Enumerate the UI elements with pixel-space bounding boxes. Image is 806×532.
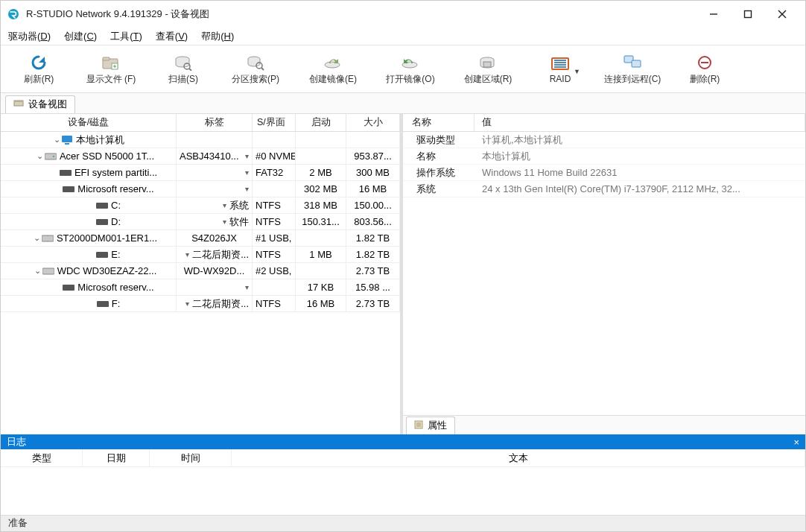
refresh-icon [29, 54, 48, 72]
open-image-icon [401, 54, 420, 72]
tree-row-volume[interactable]: E: ▾二花后期资... NTFS 1 MB 1.82 TB [1, 247, 400, 263]
close-button[interactable] [765, 4, 799, 25]
volume-icon [63, 184, 74, 194]
dropdown-icon[interactable]: ▾ [245, 168, 249, 177]
raid-button[interactable]: ▼ RAID [527, 48, 594, 90]
svg-rect-25 [14, 101, 23, 102]
svg-rect-35 [96, 252, 108, 258]
dropdown-icon[interactable]: ▾ [223, 218, 226, 226]
col-label[interactable]: 标签 [177, 114, 253, 131]
volume-icon [96, 217, 108, 227]
device-tree-rows: ⌄ 本地计算机 ⌄ Acer SSD N5000 1T... ASBJ43410… [1, 132, 400, 434]
tree-row-volume[interactable]: F: ▾二花后期资... NTFS 16 MB 2.73 TB [1, 296, 400, 312]
create-region-button[interactable]: 创建区域(R) [449, 48, 527, 90]
tree-row-disk[interactable]: ⌄ Acer SSD N5000 1T... ASBJ43410...▾ #0 … [1, 148, 400, 165]
col-prop-value[interactable]: 值 [475, 114, 805, 131]
dropdown-arrow-icon: ▼ [574, 68, 580, 75]
window-title: R-STUDIO Network 9.4.191329 - 设备视图 [26, 7, 209, 21]
dropdown-icon[interactable]: ▾ [245, 185, 249, 193]
cell-size: 15.98 ... [346, 279, 400, 295]
prop-row[interactable]: 名称本地计算机 [403, 148, 805, 165]
col-interface[interactable]: S/界面 [253, 114, 296, 131]
device-view-tab[interactable]: 设备视图 [5, 95, 75, 113]
menu-help[interactable]: 帮助(H) [201, 30, 234, 43]
prop-key: 名称 [403, 150, 475, 163]
expand-icon[interactable]: ⌄ [34, 266, 42, 276]
cell-start: 2 MB [296, 165, 346, 180]
create-image-button[interactable]: 创建镜像(E) [294, 48, 372, 90]
delete-button[interactable]: 删除(R) [671, 48, 738, 90]
dropdown-icon[interactable]: ▾ [223, 201, 226, 209]
col-device[interactable]: 设备/磁盘 [1, 114, 177, 131]
properties-tab[interactable]: 属性 [406, 417, 455, 434]
log-col-date[interactable]: 日期 [83, 449, 150, 466]
region-search-label: 分区搜索(P) [232, 73, 279, 86]
prop-row[interactable]: 系统24 x 13th Gen Intel(R) Core(TM) i7-137… [403, 181, 805, 197]
open-image-button[interactable]: 打开镜像(O) [372, 48, 449, 90]
cell-iface: NTFS [253, 214, 296, 229]
toolbar: 刷新(R) 显示文件 (F) 扫描(S) 分区搜索(P) 创建镜像(E) 打开镜… [1, 45, 805, 93]
dropdown-icon[interactable]: ▾ [245, 152, 249, 160]
expand-icon[interactable]: ⌄ [33, 233, 42, 243]
tree-label: Acer SSD N5000 1T... [60, 151, 154, 162]
col-size[interactable]: 大小 [346, 114, 400, 131]
svg-point-29 [53, 155, 54, 156]
tree-row-volume[interactable]: C: ▾系统 NTFS 318 MB 150.00... [1, 197, 400, 214]
dropdown-icon[interactable]: ▾ [245, 283, 249, 291]
cell-size: 150.00... [346, 197, 400, 213]
tree-label: C: [111, 200, 121, 211]
col-start[interactable]: 启动 [296, 114, 346, 131]
expand-icon[interactable]: ⌄ [52, 135, 61, 145]
show-files-label: 显示文件 (F) [86, 73, 136, 86]
tree-row-disk[interactable]: ⌄ ST2000DM001-1ER1... S4Z026JX #1 USB, H… [1, 230, 400, 247]
properties-tabbar: 属性 [403, 415, 805, 434]
raid-label: RAID [550, 74, 571, 84]
prop-row[interactable]: 驱动类型计算机,本地计算机 [403, 132, 805, 148]
tree-row-volume[interactable]: D: ▾软件 NTFS 150.31... 803.56... [1, 214, 400, 230]
remote-icon [623, 54, 642, 72]
dropdown-icon[interactable]: ▾ [185, 250, 189, 259]
refresh-button[interactable]: 刷新(R) [5, 48, 72, 90]
cell-size: 2.73 TB [346, 296, 400, 311]
prop-val: Windows 11 Home Build 22631 [475, 167, 805, 178]
log-col-text[interactable]: 文本 [232, 449, 805, 466]
properties-panel: 名称 值 驱动类型计算机,本地计算机 名称本地计算机 操作系统Windows 1… [403, 114, 805, 434]
properties-tab-icon [414, 420, 423, 431]
log-col-time[interactable]: 时间 [150, 449, 232, 466]
prop-key: 驱动类型 [403, 133, 475, 147]
cell-start: 17 KB [296, 279, 346, 295]
prop-val: 24 x 13th Gen Intel(R) Core(TM) i7-13790… [475, 183, 805, 194]
menu-create[interactable]: 创建(C) [64, 30, 97, 43]
show-files-button[interactable]: 显示文件 (F) [72, 48, 150, 90]
region-search-icon [246, 54, 265, 72]
minimize-button[interactable] [696, 4, 731, 25]
log-title: 日志 [7, 436, 26, 449]
menu-view[interactable]: 查看(V) [156, 30, 188, 43]
menu-tools[interactable]: 工具(T) [110, 30, 142, 43]
menu-drive[interactable]: 驱动器(D) [8, 30, 51, 43]
tree-row-local-computer[interactable]: ⌄ 本地计算机 [1, 132, 400, 148]
scan-button[interactable]: 扫描(S) [150, 48, 217, 90]
tree-row-volume[interactable]: Microsoft reserv... ▾ 17 KB 15.98 ... [1, 279, 400, 296]
raid-icon: ▼ [550, 54, 570, 72]
dropdown-icon[interactable]: ▾ [185, 300, 189, 308]
tree-row-volume[interactable]: Microsoft reserv... ▾ 302 MB 16 MB [1, 181, 400, 197]
app-icon [7, 7, 20, 21]
region-search-button[interactable]: 分区搜索(P) [217, 48, 294, 90]
maximize-button[interactable] [731, 4, 765, 25]
svg-rect-21 [632, 60, 641, 67]
tree-row-disk[interactable]: ⌄ WDC WD30EZAZ-22... WD-WX92D... #2 USB,… [1, 263, 400, 279]
log-col-type[interactable]: 类型 [1, 449, 83, 466]
tree-label: D: [111, 216, 121, 227]
computer-icon [61, 135, 73, 145]
tree-row-volume[interactable]: EFI system partiti... ▾ FAT32 2 MB 300 M… [1, 165, 400, 181]
col-prop-name[interactable]: 名称 [403, 114, 475, 131]
log-columns: 类型 日期 时间 文本 [1, 449, 805, 467]
volume-icon [96, 250, 108, 260]
log-header[interactable]: 日志 × [1, 434, 805, 449]
connect-remote-button[interactable]: 连接到远程(C) [594, 48, 671, 90]
log-close-icon[interactable]: × [793, 437, 799, 448]
expand-icon[interactable]: ⌄ [36, 151, 45, 161]
prop-row[interactable]: 操作系统Windows 11 Home Build 22631 [403, 165, 805, 181]
svg-rect-27 [65, 143, 69, 145]
